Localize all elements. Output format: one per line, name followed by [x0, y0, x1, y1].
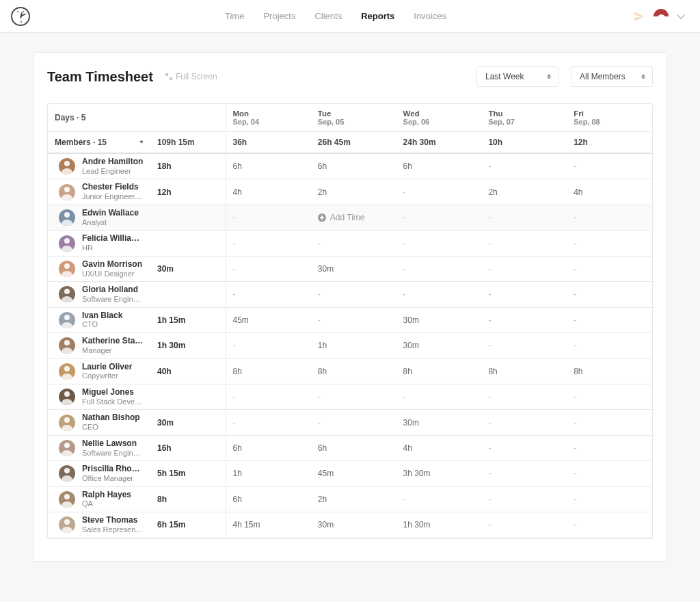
time-cell[interactable]: - [481, 205, 567, 230]
time-cell[interactable]: - [567, 282, 652, 307]
member-cell[interactable]: Andre HamiltonLead Engineer [48, 153, 150, 179]
time-cell[interactable]: - [481, 410, 567, 435]
time-cell[interactable]: 6h [226, 153, 311, 179]
time-cell[interactable]: 8h [396, 358, 482, 384]
time-cell[interactable]: - [567, 307, 652, 332]
member-cell[interactable]: Nathan BishopCEO [48, 410, 150, 435]
time-cell[interactable]: - [311, 410, 396, 435]
time-cell[interactable]: 1h [226, 461, 311, 486]
time-cell[interactable]: 6h [226, 435, 311, 460]
time-cell[interactable]: 6h [226, 486, 311, 512]
time-cell[interactable]: 8h [481, 358, 567, 384]
time-cell[interactable]: - [567, 435, 652, 460]
member-cell[interactable]: Gloria HollandSoftware Engineer [48, 282, 150, 307]
time-cell[interactable]: 1h [311, 333, 396, 358]
member-cell[interactable]: Priscilla RhodesOffice Manager [48, 461, 150, 486]
time-cell[interactable]: - [481, 256, 567, 281]
time-cell[interactable]: - [396, 256, 482, 281]
time-cell[interactable]: 3h 30m [396, 461, 482, 486]
time-cell[interactable]: - [481, 486, 567, 512]
time-cell[interactable]: - [226, 205, 311, 230]
time-cell[interactable]: 4h [396, 435, 482, 460]
time-cell[interactable]: - [396, 486, 482, 512]
sort-icon[interactable] [139, 140, 144, 144]
add-time-cell[interactable]: Add Time [311, 205, 396, 230]
time-cell[interactable]: - [396, 205, 482, 230]
time-cell[interactable]: 30m [396, 333, 482, 358]
time-cell[interactable]: - [481, 307, 567, 332]
member-cell[interactable]: Ivan BlackCTO [48, 307, 150, 332]
time-cell[interactable]: 4h [567, 179, 652, 205]
time-cell[interactable]: 8h [226, 358, 311, 384]
time-cell[interactable]: - [481, 512, 567, 538]
time-cell[interactable]: 6h [396, 153, 482, 179]
time-cell[interactable]: - [567, 333, 652, 358]
member-cell[interactable]: Felicia WilliamsonHR [48, 231, 150, 256]
full-screen-button[interactable]: Full Screen [165, 72, 217, 81]
user-avatar[interactable] [654, 9, 669, 24]
member-cell[interactable]: Edwin WallaceAnalyst [48, 205, 150, 230]
time-cell[interactable]: - [311, 231, 396, 256]
time-cell[interactable]: - [481, 333, 567, 358]
time-cell[interactable]: - [481, 282, 567, 307]
nav-link-clients[interactable]: Clients [314, 11, 342, 21]
time-cell[interactable]: - [226, 333, 311, 358]
time-cell[interactable]: - [226, 282, 311, 307]
time-cell[interactable]: - [481, 384, 567, 409]
time-cell[interactable]: - [567, 410, 652, 435]
time-cell[interactable]: - [567, 486, 652, 512]
time-cell[interactable]: - [567, 384, 652, 409]
member-cell[interactable]: Chester FieldsJunior Engineer / I… [48, 179, 150, 205]
notifications-icon[interactable] [633, 11, 644, 22]
time-cell[interactable]: - [567, 205, 652, 230]
time-cell[interactable]: 2h [311, 486, 396, 512]
time-cell[interactable]: - [567, 153, 652, 179]
time-cell[interactable]: - [226, 256, 311, 281]
nav-link-time[interactable]: Time [225, 11, 244, 21]
add-time-button[interactable]: Add Time [318, 213, 390, 222]
time-cell[interactable]: 4h [226, 179, 311, 205]
time-cell[interactable]: 30m [311, 256, 396, 281]
time-cell[interactable]: 6h [311, 153, 396, 179]
time-cell[interactable]: 45m [226, 307, 311, 332]
time-cell[interactable]: 4h 15m [226, 512, 311, 538]
time-cell[interactable]: 2h [481, 179, 567, 205]
time-cell[interactable]: - [226, 231, 311, 256]
time-cell[interactable]: - [226, 384, 311, 409]
time-cell[interactable]: 8h [311, 358, 396, 384]
time-cell[interactable]: 30m [311, 512, 396, 538]
time-cell[interactable]: - [311, 384, 396, 409]
time-cell[interactable]: 45m [311, 461, 396, 486]
time-cell[interactable]: 1h 30m [396, 512, 482, 538]
time-cell[interactable]: - [226, 410, 311, 435]
time-cell[interactable]: - [481, 153, 567, 179]
time-cell[interactable]: - [567, 256, 652, 281]
member-cell[interactable]: Katherine StanleyManager [48, 333, 150, 358]
time-cell[interactable]: - [567, 461, 652, 486]
member-cell[interactable]: Miguel JonesFull Stack Develo… [48, 384, 150, 409]
time-cell[interactable]: 30m [396, 410, 482, 435]
time-cell[interactable]: - [396, 179, 482, 205]
member-cell[interactable]: Gavin MorrisonUX/UI Designer [48, 256, 150, 281]
member-cell[interactable]: Laurie OliverCopywriter [48, 358, 150, 384]
nav-link-invoices[interactable]: Invoices [414, 11, 446, 21]
time-cell[interactable]: - [481, 435, 567, 460]
time-cell[interactable]: - [396, 231, 482, 256]
nav-link-reports[interactable]: Reports [361, 11, 394, 21]
time-cell[interactable]: - [396, 384, 482, 409]
time-cell[interactable]: 8h [567, 358, 652, 384]
members-count-label[interactable]: Members · 15 [48, 132, 150, 154]
time-cell[interactable]: - [311, 282, 396, 307]
time-cell[interactable]: - [567, 231, 652, 256]
time-cell[interactable]: - [311, 307, 396, 332]
app-logo[interactable] [11, 7, 30, 26]
time-cell[interactable]: - [481, 231, 567, 256]
period-select[interactable]: Last Week [476, 66, 558, 87]
chevron-down-icon[interactable] [677, 11, 684, 18]
time-cell[interactable]: - [481, 461, 567, 486]
member-cell[interactable]: Nellie LawsonSoftware Engineer [48, 435, 150, 460]
member-cell[interactable]: Steve ThomasSales Representati… [48, 512, 150, 538]
nav-link-projects[interactable]: Projects [263, 11, 295, 21]
member-cell[interactable]: Ralph HayesQA [48, 486, 150, 512]
time-cell[interactable]: 2h [311, 179, 396, 205]
